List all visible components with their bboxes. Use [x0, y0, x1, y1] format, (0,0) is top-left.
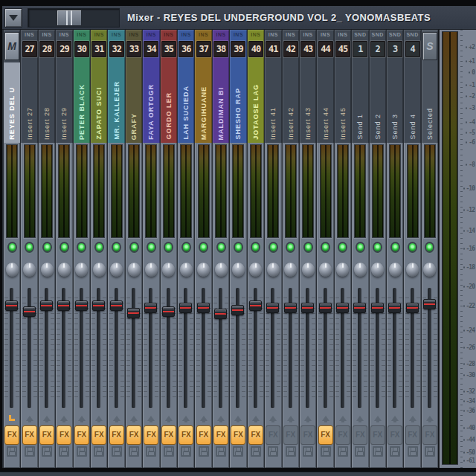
- pan-knob[interactable]: [406, 263, 419, 277]
- fx-button[interactable]: FX: [405, 425, 420, 445]
- route-arrow-icon[interactable]: [147, 416, 155, 421]
- track-name[interactable]: Insert 41: [265, 62, 281, 143]
- track-header[interactable]: INS 37 S MARGIHUANE: [195, 30, 211, 143]
- pan-knob[interactable]: [180, 263, 193, 277]
- track-header[interactable]: SND 4 S Send 4: [404, 30, 420, 143]
- fader-cap[interactable]: [423, 299, 436, 309]
- track-number-display[interactable]: 34: [144, 41, 158, 57]
- track-enable-led[interactable]: [252, 243, 259, 251]
- mixer-track[interactable]: INS 41 S Insert 41 FX: [265, 30, 281, 468]
- volume-fader[interactable]: [317, 284, 333, 412]
- volume-fader[interactable]: [230, 284, 246, 412]
- pan-knob[interactable]: [267, 263, 280, 277]
- track-name[interactable]: Insert 29: [56, 62, 72, 143]
- track-header[interactable]: INS 27 S Insert 27: [21, 30, 37, 143]
- fx-button[interactable]: FX: [318, 425, 333, 445]
- fader-cap[interactable]: [23, 306, 36, 317]
- track-header[interactable]: INS 28 S Insert 28: [39, 30, 55, 143]
- track-enable-led[interactable]: [44, 243, 51, 251]
- volume-fader[interactable]: [4, 284, 20, 412]
- track-enable-led[interactable]: [392, 243, 399, 251]
- route-arrow-icon[interactable]: [234, 416, 242, 421]
- save-state-icon[interactable]: [321, 446, 331, 457]
- mixer-track[interactable]: INS 42 S Insert 42 FX: [283, 30, 299, 468]
- fader-cap[interactable]: [57, 300, 70, 311]
- pan-knob[interactable]: [232, 263, 245, 277]
- route-arrow-icon[interactable]: [113, 416, 120, 421]
- fx-button[interactable]: FX: [387, 425, 402, 445]
- track-number-display[interactable]: 33: [126, 41, 141, 57]
- save-state-icon[interactable]: [7, 446, 17, 457]
- fader-cap[interactable]: [197, 303, 210, 313]
- mixer-track[interactable]: INS 38 S MALDIMAN BI FX: [213, 30, 229, 468]
- track-number-display[interactable]: 31: [91, 41, 106, 57]
- track-number-display[interactable]: 45: [335, 41, 350, 57]
- track-enable-led[interactable]: [148, 243, 155, 251]
- fx-button[interactable]: FX: [300, 425, 315, 445]
- mixer-track[interactable]: INS 39 S SHESHO RAP FX: [230, 30, 246, 468]
- save-state-icon[interactable]: [199, 446, 209, 457]
- track-header[interactable]: SND 1 S Send 1: [352, 30, 368, 143]
- fx-button[interactable]: FX: [74, 425, 89, 445]
- volume-fader[interactable]: [161, 284, 177, 412]
- volume-fader[interactable]: [370, 284, 386, 412]
- save-state-icon[interactable]: [233, 446, 243, 457]
- fader-cap[interactable]: [388, 303, 401, 313]
- fx-button[interactable]: FX: [248, 425, 263, 445]
- track-name[interactable]: Insert 42: [283, 62, 299, 143]
- volume-fader[interactable]: [265, 284, 281, 412]
- track-name[interactable]: FAYA ORTOGR: [143, 62, 159, 143]
- track-header[interactable]: INS 44 S Insert 44: [317, 30, 333, 143]
- volume-fader[interactable]: [335, 284, 351, 412]
- route-arrow-icon[interactable]: [95, 416, 103, 421]
- route-arrow-icon[interactable]: [165, 416, 173, 421]
- pan-knob[interactable]: [75, 263, 88, 277]
- route-arrow-icon[interactable]: [322, 416, 329, 421]
- route-arrow-icon[interactable]: [374, 416, 382, 421]
- fader-cap[interactable]: [144, 303, 157, 313]
- track-name[interactable]: REYES DEL U: [4, 62, 20, 143]
- track-name[interactable]: Insert 28: [39, 62, 55, 143]
- pan-knob[interactable]: [249, 263, 262, 277]
- save-state-icon[interactable]: [181, 446, 191, 457]
- route-arrow-icon[interactable]: [356, 416, 364, 421]
- pan-knob[interactable]: [93, 263, 106, 277]
- track-header[interactable]: INS 33 S GRAFY: [126, 30, 142, 143]
- track-enable-led[interactable]: [96, 243, 103, 251]
- mixer-track[interactable]: M REYES DEL U FX: [4, 30, 20, 468]
- track-number-display[interactable]: 1: [353, 41, 367, 57]
- mixer-track[interactable]: INS 27 S Insert 27 FX: [21, 30, 37, 468]
- save-state-icon[interactable]: [408, 446, 418, 457]
- volume-fader[interactable]: [91, 284, 107, 412]
- save-state-icon[interactable]: [390, 446, 400, 457]
- mixer-track[interactable]: INS 34 S FAYA ORTOGR FX: [143, 30, 159, 468]
- track-enable-led[interactable]: [270, 243, 277, 251]
- track-number-display[interactable]: 44: [318, 41, 333, 57]
- pan-knob[interactable]: [215, 263, 228, 277]
- mixer-track[interactable]: SND 3 S Send 3 FX: [387, 30, 403, 468]
- track-enable-led[interactable]: [322, 243, 329, 251]
- volume-fader[interactable]: [248, 284, 264, 412]
- track-header[interactable]: INS 35 S GORDO LER: [161, 30, 177, 143]
- fx-button[interactable]: FX: [335, 425, 350, 445]
- track-enable-led[interactable]: [287, 243, 294, 251]
- fx-button[interactable]: FX: [353, 425, 367, 445]
- mixer-track[interactable]: INS 45 S Insert 45 FX: [335, 30, 351, 468]
- save-state-icon[interactable]: [59, 446, 69, 457]
- mixer-track[interactable]: SND 2 S Send 2 FX: [370, 30, 386, 468]
- fx-button[interactable]: FX: [283, 425, 298, 445]
- volume-fader[interactable]: [283, 284, 299, 412]
- track-header[interactable]: INS 40 S JOTAOSE LAG: [248, 30, 264, 143]
- track-enable-led[interactable]: [113, 243, 120, 251]
- route-arrow-icon[interactable]: [391, 416, 399, 421]
- fx-button[interactable]: FX: [161, 425, 176, 445]
- track-enable-led[interactable]: [357, 243, 364, 251]
- track-header[interactable]: INS 29 S Insert 29: [56, 30, 72, 143]
- track-number-display[interactable]: 29: [57, 41, 71, 57]
- fx-button[interactable]: FX: [22, 425, 37, 445]
- track-header[interactable]: INS 34 S FAYA ORTOGR: [143, 30, 159, 143]
- track-header[interactable]: INS 31 S ZAPATO SUCI: [91, 30, 107, 143]
- track-enable-led[interactable]: [426, 243, 433, 251]
- fader-cap[interactable]: [249, 300, 262, 311]
- fx-button[interactable]: FX: [109, 425, 124, 445]
